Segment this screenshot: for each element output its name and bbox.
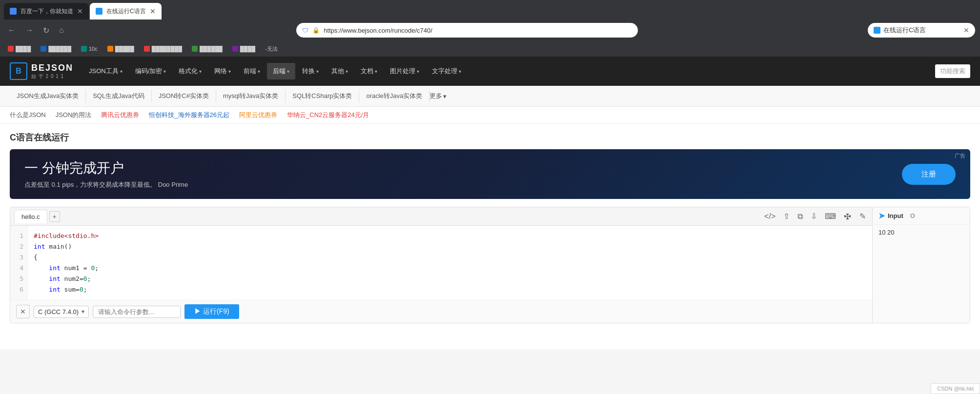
tab-2[interactable]: 在线运行C语言 ✕ [90,3,162,20]
editor-tab-add-button[interactable]: + [49,211,60,222]
nav-other[interactable]: 其他 ▾ [326,63,354,79]
nav-convert[interactable]: 转换 ▾ [296,63,325,79]
bookmark-4[interactable]: █████ [103,44,138,53]
tab2-close-icon[interactable]: ✕ [150,8,156,15]
info-link-json-usage[interactable]: JSON的用法 [56,111,92,119]
nav-docs-label: 文档 [361,67,373,76]
bookmark-3[interactable]: 10c [77,44,102,53]
editor-left: hello.c + </> ⇧ ⧉ ⇩ ⌨ ⧾ ✎ [10,207,872,323]
reload-button[interactable]: ↻ [40,24,52,37]
run-button[interactable]: ▶ 运行(F9) [184,304,239,319]
nav-convert-label: 转换 [302,67,315,76]
clear-button[interactable]: ✕ [16,305,30,318]
back-button[interactable]: ← [5,24,19,37]
nav-text-label: 文字处理 [432,67,457,76]
info-bar: 什么是JSON JSON的用法 腾讯云优惠券 恒创科技_海外服务器26元起 阿里… [0,107,980,124]
info-link-hengchuang[interactable]: 恒创科技_海外服务器26元起 [149,111,229,119]
editor-tool-download[interactable]: ⇩ [808,210,819,222]
nav-frontend-arrow: ▾ [258,69,260,74]
forward-button[interactable]: → [22,24,36,37]
sub-nav-json-csharp[interactable]: JSON转C#实体类 [152,90,216,102]
editor-tool-code[interactable]: </> [762,211,778,222]
sub-nav-sql-csharp[interactable]: SQL转CSharp实体类 [286,90,359,102]
editor-tool-fullscreen[interactable]: ⧾ [841,211,854,222]
bookmark6-label: ██████ [200,46,223,52]
bookmark7-favicon [232,46,238,52]
bookmark5-favicon [144,46,150,52]
nav-other-label: 其他 [331,67,344,76]
header-search-box[interactable]: 功能搜索 [935,64,970,78]
editor-tab-hello-c[interactable]: hello.c [14,210,47,223]
nav-format[interactable]: 格式化 ▾ [173,63,207,79]
bookmark-2[interactable]: ██████ [37,44,75,53]
language-selector[interactable]: C (GCC 7.4.0) ▾ [34,306,89,318]
code-line-4: int num1 = 0; [34,263,866,274]
nav-backend[interactable]: 后端 ▾ [267,63,295,79]
browser-tabs: 百度一下，你就知道 ✕ 在线运行C语言 ✕ [0,0,980,20]
nav-json-tools[interactable]: JSON工具 ▾ [83,63,128,79]
nav-json-tools-label: JSON工具 [89,67,119,76]
nav-network[interactable]: 网络 ▾ [208,63,237,79]
bookmarks-bar: ████ ██████ 10c █████ ████████ ██████ ██… [0,41,980,57]
code-content[interactable]: #include<stdio.h> int main() { int num1 … [28,226,872,300]
editor-tool-keyboard[interactable]: ⌨ [822,210,838,222]
info-link-huanna[interactable]: 华纳云_CN2云服务器24元/月 [287,111,369,119]
site-header: B BEJSON 始 于 2 0 1 1 JSON工具 ▾ 编码/加密 ▾ 格式… [0,57,980,86]
input-tab-label[interactable]: Input [888,212,903,219]
bookmark4-label: █████ [115,46,134,52]
bookmark-1[interactable]: ████ [4,44,35,53]
ad-register-button[interactable]: 注册 [902,164,956,185]
sub-nav-json-java[interactable]: JSON生成Java实体类 [10,90,86,102]
nav-image-arrow: ▾ [417,69,419,74]
nav-image[interactable]: 图片处理 ▾ [384,63,425,79]
nav-convert-arrow: ▾ [316,69,319,74]
nav-frontend[interactable]: 前端 ▾ [238,63,266,79]
input-arrow-icon: ➤ [878,211,885,220]
nav-docs[interactable]: 文档 ▾ [355,63,383,79]
site-nav: JSON工具 ▾ 编码/加密 ▾ 格式化 ▾ 网络 ▾ 前端 ▾ 后端 ▾ [83,63,925,79]
editor-right-panel: ➤ Input O 10 20 [872,207,970,323]
clear-icon: ✕ [20,308,26,315]
editor-section: hello.c + </> ⇧ ⧉ ⇩ ⌨ ⧾ ✎ [10,207,970,323]
bookmark1-label: ████ [16,46,31,52]
input-panel-header: ➤ Input O [873,207,970,225]
bookmark-6[interactable]: ██████ [188,44,226,53]
sub-nav-more[interactable]: 更多 ▾ [429,92,447,100]
editor-tool-upload[interactable]: ⇧ [781,210,792,222]
search-close-icon[interactable]: ✕ [963,26,969,34]
editor-tool-edit[interactable]: ✎ [857,210,868,222]
search-bar[interactable]: 在线运行C语言 ✕ [868,23,975,38]
sub-nav-mysql-java[interactable]: mysql转Java实体类 [216,90,286,102]
bookmark4-favicon [107,46,113,52]
nav-encode-arrow: ▾ [163,69,166,74]
nav-network-label: 网络 [214,67,227,76]
nav-encode-label: 编码/加密 [135,67,163,76]
nav-docs-arrow: ▾ [375,69,377,74]
sub-nav: JSON生成Java实体类 SQL生成Java代码 JSON转C#实体类 mys… [0,86,980,107]
tab1-close-icon[interactable]: ✕ [77,8,83,15]
bookmark-more[interactable]: -无法 [261,44,282,54]
nav-format-label: 格式化 [179,67,198,76]
tab2-favicon [96,8,102,15]
code-line-3: { [34,252,866,263]
address-bar[interactable]: 🛡 🔒 https://www.bejson.com/runcode/c740/ [296,23,638,38]
bookmark-7[interactable]: ████ [228,44,259,53]
nav-encode[interactable]: 编码/加密 ▾ [129,63,172,79]
editor-tool-copy[interactable]: ⧉ [795,211,805,222]
info-link-alibaba[interactable]: 阿里云优惠券 [239,111,277,119]
cmd-params-input[interactable] [93,306,181,318]
browser-toolbar: ← → ↻ ⌂ 🛡 🔒 https://www.bejson.com/runco… [0,20,980,41]
output-tab-label[interactable]: O [910,212,915,219]
sub-nav-oracle-java[interactable]: oracle转Java实体类 [359,90,429,102]
tab1-label: 百度一下，你就知道 [20,7,73,16]
nav-text[interactable]: 文字处理 ▾ [426,63,467,79]
home-button[interactable]: ⌂ [56,24,67,37]
nav-frontend-label: 前端 [244,67,256,76]
bookmark2-favicon [41,46,46,52]
info-link-tencent[interactable]: 腾讯云优惠券 [101,111,139,119]
tab-1[interactable]: 百度一下，你就知道 ✕ [4,3,89,20]
sub-nav-sql-java[interactable]: SQL生成Java代码 [86,90,151,102]
info-link-what-json[interactable]: 什么是JSON [10,111,46,119]
bookmark-5[interactable]: ████████ [140,44,186,53]
header-search-placeholder: 功能搜索 [940,67,965,75]
